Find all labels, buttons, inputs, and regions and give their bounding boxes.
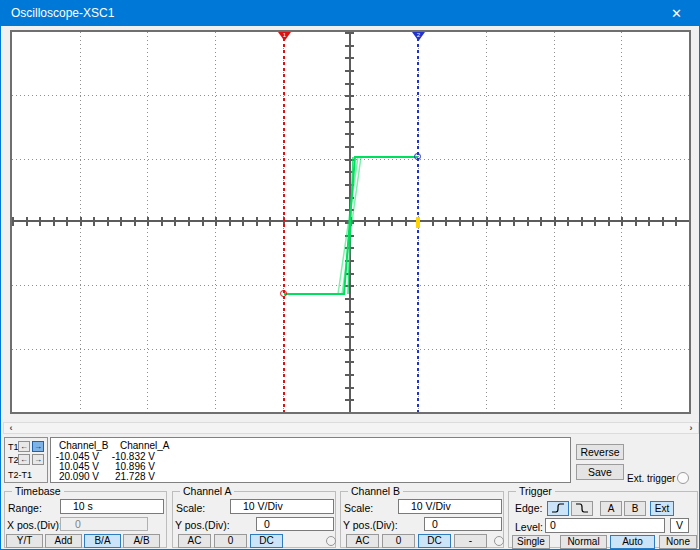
rising-edge-icon: [550, 502, 566, 514]
xpos-label: X pos.(Div):: [7, 519, 62, 531]
trigger-auto-button[interactable]: Auto: [610, 535, 655, 549]
scroll-left-icon[interactable]: ‹: [4, 423, 18, 433]
trace-endpoint-marker: [414, 153, 421, 160]
channel-b-ac-button[interactable]: AC: [346, 534, 379, 548]
channel-b-ypos-label: Y pos.(Div):: [343, 519, 398, 531]
falling-edge-icon: [574, 502, 590, 514]
t2-label: T2: [8, 455, 19, 465]
trigger-none-button[interactable]: None: [659, 535, 697, 549]
trigger-single-button[interactable]: Single: [512, 535, 550, 549]
cursor-panel: T1 ← → T2 ← → T2-T1: [4, 437, 48, 483]
trace-plot: [12, 32, 689, 412]
channel-b-scale-label: Scale:: [344, 502, 373, 514]
xpos-input[interactable]: 0: [60, 517, 148, 531]
range-label: Range:: [8, 502, 42, 514]
channel-b-led: [494, 536, 504, 546]
cursor-1-line[interactable]: [283, 32, 285, 412]
trigger-title: Trigger: [516, 485, 555, 497]
channel-b-ypos-input[interactable]: 0: [424, 517, 502, 531]
rising-edge-button[interactable]: [547, 501, 569, 516]
channel-b-minus-button[interactable]: -: [454, 534, 487, 548]
t2-t1-channel-b-value: 20.090 V: [53, 471, 99, 482]
axis-crossing-marker: [416, 217, 420, 228]
window-title: Oscilloscope-XSC1: [11, 1, 114, 26]
t1-left-button[interactable]: ←: [18, 441, 30, 452]
falling-edge-button[interactable]: [571, 501, 593, 516]
save-button[interactable]: Save: [576, 464, 624, 480]
channel-b-group: Channel B Scale: 10 V/Div Y pos.(Div): 0…: [340, 491, 504, 548]
channel-b-dc-button[interactable]: DC: [418, 534, 451, 548]
close-icon[interactable]: ✕: [654, 1, 699, 26]
t1-label: T1: [8, 442, 19, 452]
t2-t1-label: T2-T1: [8, 470, 32, 480]
trace-endpoint-marker: [280, 290, 287, 297]
oscilloscope-window: Oscilloscope-XSC1 ✕ 12 ‹ ›: [0, 0, 700, 550]
trigger-source-a-button[interactable]: A: [600, 501, 622, 516]
channel-a-dc-button[interactable]: DC: [250, 534, 283, 548]
channel-b-zero-button[interactable]: 0: [382, 534, 415, 548]
ext-trigger-led: [677, 472, 689, 484]
title-bar[interactable]: Oscilloscope-XSC1 ✕: [1, 1, 699, 26]
level-unit: V: [670, 518, 689, 533]
channel-a-title: Channel A: [180, 485, 234, 497]
t2-left-button[interactable]: ←: [18, 454, 30, 465]
channel-b-title: Channel B: [348, 485, 403, 497]
range-input[interactable]: 10 s: [60, 499, 164, 514]
channel-a-led: [326, 536, 336, 546]
channel-a-scale-label: Scale:: [176, 502, 205, 514]
channel-a-ac-button[interactable]: AC: [178, 534, 211, 548]
scroll-right-icon[interactable]: ›: [684, 423, 698, 433]
scope-grid[interactable]: 12: [12, 32, 689, 412]
channel-a-header: Channel_A: [120, 440, 169, 451]
channel-a-scale-input[interactable]: 10 V/Div: [230, 499, 334, 514]
t2-right-button[interactable]: →: [32, 454, 44, 465]
horizontal-scrollbar[interactable]: ‹ ›: [3, 422, 699, 434]
t1-right-button[interactable]: →: [32, 441, 44, 452]
channel-a-ypos-input[interactable]: 0: [256, 517, 334, 531]
reverse-button[interactable]: Reverse: [576, 444, 624, 460]
measurement-readout: Channel_B Channel_A -10.045 V -10.832 V …: [50, 437, 571, 483]
yt-mode-button[interactable]: Y/T: [6, 534, 43, 548]
channel-b-header: Channel_B: [59, 440, 108, 451]
ba-mode-button[interactable]: B/A: [84, 534, 121, 548]
channel-a-zero-button[interactable]: 0: [214, 534, 247, 548]
timebase-group: Timebase Range: 10 s X pos.(Div): 0 Y/T …: [4, 491, 167, 548]
channel-b-scale-input[interactable]: 10 V/Div: [398, 499, 502, 514]
trigger-group: Trigger Edge: A B Ext Level: 0 V Single …: [508, 491, 698, 548]
ext-trigger-label: Ext. trigger: [627, 473, 675, 484]
trigger-source-ext-button[interactable]: Ext: [650, 501, 674, 516]
t2-t1-channel-a-value: 21.728 V: [109, 471, 155, 482]
edge-label: Edge:: [515, 502, 542, 514]
channel-a-group: Channel A Scale: 10 V/Div Y pos.(Div): 0…: [172, 491, 336, 548]
trigger-normal-button[interactable]: Normal: [560, 535, 607, 549]
channel-a-ypos-label: Y pos.(Div):: [175, 519, 230, 531]
ab-mode-button[interactable]: A/B: [123, 534, 160, 548]
add-mode-button[interactable]: Add: [45, 534, 82, 548]
timebase-title: Timebase: [12, 485, 64, 497]
level-label: Level:: [515, 521, 543, 533]
scope-display: 12: [10, 30, 691, 414]
trigger-source-b-button[interactable]: B: [624, 501, 646, 516]
level-input[interactable]: 0: [545, 518, 665, 533]
